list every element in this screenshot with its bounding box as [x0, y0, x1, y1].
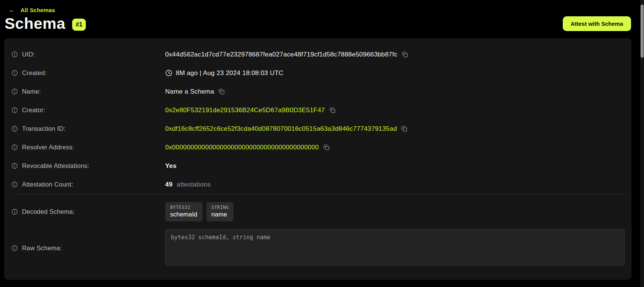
row-uid: UID: 0x44d562ac1d7cd77e232978687fea027ac… [11, 45, 625, 64]
uid-value: 0x44d562ac1d7cd77e232978687fea027ace48f7… [165, 51, 398, 58]
copy-icon[interactable] [218, 88, 225, 95]
uid-label: UID: [22, 51, 35, 58]
row-raw-schema: Raw Schema: bytes32 schemaId, string nam… [11, 229, 625, 267]
schema-name-value: Name a Schema [165, 88, 214, 96]
title-row: Schema #1 Attest with Schema [5, 15, 631, 32]
created-value: 8M ago | Aug 23 2024 18:08:03 UTC [176, 69, 283, 77]
attestations-link[interactable]: attestations [177, 181, 210, 188]
decoded-schema-label: Decoded Schema: [22, 208, 75, 215]
info-icon[interactable] [11, 125, 18, 132]
page-title: Schema [5, 15, 65, 32]
name-label: Name: [22, 88, 41, 95]
info-icon[interactable] [11, 107, 18, 113]
decoded-schema-chips: BYTES32 schemaId STRING name [165, 202, 234, 221]
creator-address-link[interactable]: 0x2e80F532191de291536B24Ce5D67a9B0D3E51F… [165, 107, 325, 114]
info-icon[interactable] [11, 88, 18, 95]
scrollbar-thumb[interactable] [641, 5, 644, 58]
resolver-address-label: Resolver Address: [22, 144, 74, 151]
raw-schema-label: Raw Schema: [22, 245, 62, 252]
row-decoded-schema: Decoded Schema: BYTES32 schemaId STRING … [11, 197, 625, 226]
field-type: BYTES32 [170, 205, 197, 210]
info-icon[interactable] [11, 70, 18, 76]
copy-icon[interactable] [329, 107, 336, 113]
row-created: Created: 8M ago | Aug 23 2024 18:08:03 U… [11, 64, 625, 82]
resolver-address-link[interactable]: 0x00000000000000000000000000000000000000… [165, 144, 319, 151]
info-icon[interactable] [11, 144, 18, 151]
creator-label: Creator: [22, 107, 45, 114]
back-link-label: All Schemas [21, 7, 55, 13]
copy-icon[interactable] [401, 125, 407, 132]
section-divider [11, 194, 625, 194]
info-icon[interactable] [11, 209, 18, 215]
schema-field-chip: BYTES32 schemaId [165, 202, 202, 221]
field-name: name [212, 211, 229, 218]
transaction-id-link[interactable]: 0xdf16c8cff2652c6ce52f3cda40d0878070016c… [165, 125, 397, 133]
copy-icon[interactable] [402, 51, 408, 58]
info-icon[interactable] [11, 181, 18, 188]
schema-detail-panel: UID: 0x44d562ac1d7cd77e232978687fea027ac… [4, 38, 631, 280]
schema-detail-page: ← All Schemas Schema #1 Attest with Sche… [0, 0, 640, 280]
row-resolver-address: Resolver Address: 0x00000000000000000000… [11, 138, 625, 157]
revocable-attestations-label: Revocable Attestations: [22, 162, 89, 169]
created-label: Created: [22, 69, 47, 77]
back-to-all-schemas-link[interactable]: ← All Schemas [8, 6, 55, 13]
raw-schema-textarea[interactable]: bytes32 schemaId, string name [165, 229, 625, 265]
scrollbar[interactable] [640, 0, 644, 287]
row-attestation-count: Attestation Count: 49 attestations [11, 175, 625, 194]
row-transaction-id: Transaction ID: 0xdf16c8cff2652c6ce52f3c… [11, 119, 625, 138]
row-revocable-attestations: Revocable Attestations: Yes [11, 157, 625, 175]
schema-number-badge: #1 [72, 19, 86, 31]
attestation-count-label: Attestation Count: [22, 181, 73, 188]
info-icon[interactable] [11, 163, 18, 169]
clock-icon [165, 69, 172, 77]
info-icon[interactable] [11, 51, 18, 58]
row-creator: Creator: 0x2e80F532191de291536B24Ce5D67a… [11, 101, 625, 119]
row-name: Name: Name a Schema [11, 82, 625, 101]
info-icon[interactable] [11, 245, 18, 251]
schema-field-chip: STRING name [207, 202, 234, 221]
field-name: schemaId [170, 211, 197, 218]
arrow-left-icon: ← [8, 6, 15, 13]
copy-icon[interactable] [323, 144, 330, 151]
field-type: STRING [212, 205, 229, 210]
attestation-count-value: 49 [165, 181, 172, 188]
revocable-value: Yes [165, 162, 177, 170]
attest-with-schema-button[interactable]: Attest with Schema [563, 16, 631, 31]
transaction-id-label: Transaction ID: [22, 125, 65, 132]
